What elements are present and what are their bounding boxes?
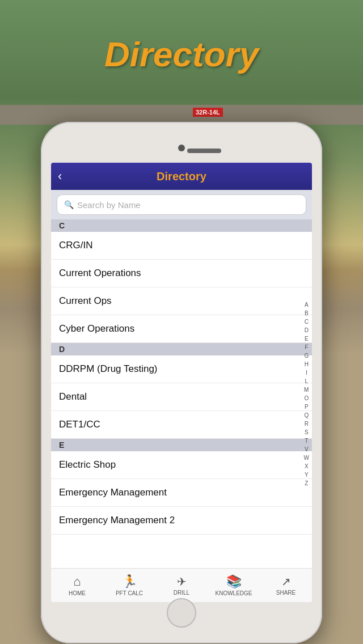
search-container: 🔍 Search by Name — [51, 190, 312, 219]
list-item[interactable]: DDRPM (Drug Testing) — [51, 355, 312, 383]
tab-knowledge[interactable]: 📚 KNOWLEDGE — [208, 569, 260, 602]
search-placeholder: Search by Name — [77, 200, 141, 210]
phone-frame: ‹ Directory 🔍 Search by Name C CRG/IN Cu… — [41, 122, 322, 643]
section-header-c: C — [51, 219, 312, 232]
search-icon: 🔍 — [64, 200, 74, 209]
phone-screen: ‹ Directory 🔍 Search by Name C CRG/IN Cu… — [51, 163, 312, 602]
alpha-r[interactable]: R — [302, 420, 311, 428]
alpha-i[interactable]: I — [302, 368, 311, 377]
alpha-z[interactable]: Z — [302, 479, 311, 488]
tab-drill[interactable]: ✈ DRILL — [155, 569, 208, 602]
alpha-h[interactable]: H — [302, 360, 311, 368]
directory-list: C CRG/IN Current Operations Current Ops … — [51, 219, 312, 568]
alpha-t[interactable]: T — [302, 437, 311, 445]
phone-home-button[interactable] — [167, 598, 196, 628]
alpha-o[interactable]: O — [302, 394, 311, 402]
pft-icon: 🏃 — [122, 574, 137, 589]
home-icon: ⌂ — [73, 574, 81, 589]
list-item[interactable]: Emergency Management 2 — [51, 507, 312, 535]
section-header-d: D — [51, 343, 312, 355]
tab-share-label: SHARE — [276, 590, 296, 596]
alpha-m[interactable]: M — [302, 385, 311, 394]
alpha-c[interactable]: C — [302, 317, 311, 326]
tab-pft-calc[interactable]: 🏃 PFT CALC — [103, 569, 155, 602]
tab-pft-label: PFT CALC — [116, 590, 143, 596]
list-item[interactable]: Current Ops — [51, 287, 312, 315]
alpha-f[interactable]: F — [302, 343, 311, 351]
knowledge-icon: 📚 — [226, 574, 242, 589]
tab-knowledge-label: KNOWLEDGE — [215, 590, 252, 596]
alpha-index: A B C D E F G H I L M O P Q R S T V W X — [302, 219, 311, 568]
alpha-x[interactable]: X — [302, 462, 311, 471]
alpha-g[interactable]: G — [302, 351, 311, 360]
list-item[interactable]: Electric Shop — [51, 451, 312, 479]
list-item[interactable]: CRG/IN — [51, 232, 312, 260]
tab-share[interactable]: ↗ SHARE — [260, 569, 312, 602]
drill-icon: ✈ — [177, 575, 187, 588]
alpha-s[interactable]: S — [302, 428, 311, 437]
list-item[interactable]: Dental — [51, 383, 312, 411]
alpha-q[interactable]: Q — [302, 411, 311, 420]
alpha-a[interactable]: A — [302, 300, 311, 309]
tab-bar: ⌂ HOME 🏃 PFT CALC ✈ DRILL 📚 KNOWLEDGE ↗ … — [51, 568, 312, 602]
tab-home-label: HOME — [69, 590, 86, 596]
alpha-y[interactable]: Y — [302, 471, 311, 479]
alpha-w[interactable]: W — [302, 454, 311, 462]
bg-directory-title: Directory — [0, 34, 363, 74]
alpha-e[interactable]: E — [302, 334, 311, 343]
nav-bar: ‹ Directory — [51, 163, 312, 190]
alpha-p[interactable]: P — [302, 402, 311, 411]
alpha-b[interactable]: B — [302, 309, 311, 317]
list-item[interactable]: Current Operations — [51, 260, 312, 287]
section-header-e: E — [51, 439, 312, 451]
phone-camera — [178, 145, 185, 151]
list-item[interactable]: DET1/CC — [51, 411, 312, 439]
runway-sign: 32R-14L — [193, 108, 223, 117]
alpha-d[interactable]: D — [302, 326, 311, 334]
tab-drill-label: DRILL — [174, 590, 189, 596]
back-button[interactable]: ‹ — [58, 169, 75, 184]
list-item[interactable]: Emergency Management — [51, 479, 312, 507]
search-input-box[interactable]: 🔍 Search by Name — [57, 194, 306, 215]
phone-speaker — [187, 149, 221, 153]
alpha-v[interactable]: V — [302, 445, 311, 454]
tab-home[interactable]: ⌂ HOME — [51, 569, 103, 602]
share-icon: ↗ — [281, 575, 291, 588]
nav-title: Directory — [75, 170, 288, 183]
alpha-l[interactable]: L — [302, 377, 311, 385]
list-item[interactable]: Cyber Operations — [51, 315, 312, 343]
